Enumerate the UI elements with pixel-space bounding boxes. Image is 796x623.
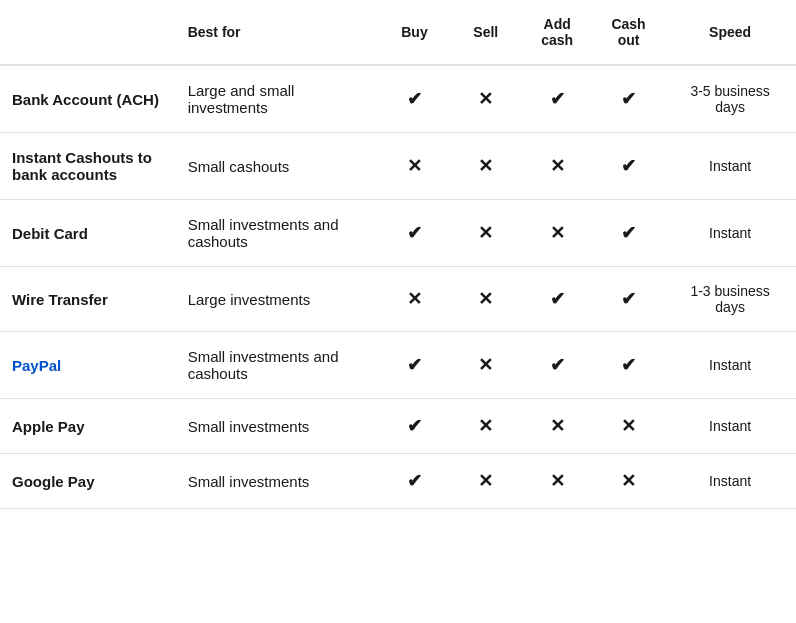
check-icon: ✔ <box>621 223 636 243</box>
sell-cell: ✕ <box>450 332 521 399</box>
best-for-cell: Small investments <box>176 399 379 454</box>
cross-icon: ✕ <box>550 156 565 176</box>
cash-out-cell: ✔ <box>593 200 664 267</box>
sell-cell: ✕ <box>450 454 521 509</box>
cash-out-cell: ✔ <box>593 332 664 399</box>
header-buy: Buy <box>379 0 450 65</box>
buy-cell: ✔ <box>379 399 450 454</box>
sell-cell: ✕ <box>450 133 521 200</box>
payment-method-name: Instant Cashouts to bank accounts <box>0 133 176 200</box>
cash-out-cell: ✔ <box>593 133 664 200</box>
speed-cell: Instant <box>664 399 796 454</box>
cross-icon: ✕ <box>478 89 493 109</box>
table-row: Instant Cashouts to bank accounts Small … <box>0 133 796 200</box>
payment-method-name: Wire Transfer <box>0 267 176 332</box>
buy-cell: ✕ <box>379 133 450 200</box>
check-icon: ✔ <box>550 89 565 109</box>
check-icon: ✔ <box>407 355 422 375</box>
cross-icon: ✕ <box>621 416 636 436</box>
buy-cell: ✔ <box>379 332 450 399</box>
cross-icon: ✕ <box>407 289 422 309</box>
add-cash-cell: ✕ <box>521 399 592 454</box>
header-add-cash: Addcash <box>521 0 592 65</box>
header-cash-out: Cashout <box>593 0 664 65</box>
payment-method-link[interactable]: PayPal <box>12 357 61 374</box>
check-icon: ✔ <box>621 355 636 375</box>
check-icon: ✔ <box>407 471 422 491</box>
check-icon: ✔ <box>407 89 422 109</box>
buy-cell: ✔ <box>379 65 450 133</box>
payment-method-name[interactable]: PayPal <box>0 332 176 399</box>
best-for-cell: Large investments <box>176 267 379 332</box>
check-icon: ✔ <box>407 416 422 436</box>
speed-cell: Instant <box>664 332 796 399</box>
buy-cell: ✔ <box>379 200 450 267</box>
table-row: Debit Card Small investments and cashout… <box>0 200 796 267</box>
cross-icon: ✕ <box>478 223 493 243</box>
best-for-cell: Small investments <box>176 454 379 509</box>
add-cash-cell: ✕ <box>521 133 592 200</box>
check-icon: ✔ <box>550 355 565 375</box>
table-row: PayPal Small investments and cashouts ✔ … <box>0 332 796 399</box>
add-cash-cell: ✔ <box>521 65 592 133</box>
cross-icon: ✕ <box>621 471 636 491</box>
cross-icon: ✕ <box>407 156 422 176</box>
header-speed: Speed <box>664 0 796 65</box>
cross-icon: ✕ <box>478 355 493 375</box>
header-best-for: Best for <box>176 0 379 65</box>
header-name <box>0 0 176 65</box>
check-icon: ✔ <box>621 89 636 109</box>
header-sell: Sell <box>450 0 521 65</box>
best-for-cell: Large and small investments <box>176 65 379 133</box>
add-cash-cell: ✕ <box>521 200 592 267</box>
table-row: Apple Pay Small investments ✔ ✕ ✕ ✕ Inst… <box>0 399 796 454</box>
table-row: Bank Account (ACH) Large and small inves… <box>0 65 796 133</box>
buy-cell: ✔ <box>379 454 450 509</box>
cross-icon: ✕ <box>550 416 565 436</box>
check-icon: ✔ <box>550 289 565 309</box>
cross-icon: ✕ <box>478 471 493 491</box>
cash-out-cell: ✔ <box>593 267 664 332</box>
best-for-cell: Small investments and cashouts <box>176 200 379 267</box>
check-icon: ✔ <box>621 156 636 176</box>
cross-icon: ✕ <box>478 289 493 309</box>
payment-method-name: Debit Card <box>0 200 176 267</box>
table-header-row: Best for Buy Sell Addcash Cashout Speed <box>0 0 796 65</box>
add-cash-cell: ✔ <box>521 267 592 332</box>
add-cash-cell: ✔ <box>521 332 592 399</box>
payment-method-name: Apple Pay <box>0 399 176 454</box>
check-icon: ✔ <box>407 223 422 243</box>
check-icon: ✔ <box>621 289 636 309</box>
sell-cell: ✕ <box>450 267 521 332</box>
speed-cell: Instant <box>664 454 796 509</box>
speed-cell: 1-3 business days <box>664 267 796 332</box>
cross-icon: ✕ <box>478 416 493 436</box>
cross-icon: ✕ <box>478 156 493 176</box>
cash-out-cell: ✔ <box>593 65 664 133</box>
cross-icon: ✕ <box>550 223 565 243</box>
add-cash-cell: ✕ <box>521 454 592 509</box>
cash-out-cell: ✕ <box>593 399 664 454</box>
payment-method-name: Bank Account (ACH) <box>0 65 176 133</box>
buy-cell: ✕ <box>379 267 450 332</box>
cash-out-cell: ✕ <box>593 454 664 509</box>
sell-cell: ✕ <box>450 200 521 267</box>
payment-method-name: Google Pay <box>0 454 176 509</box>
best-for-cell: Small cashouts <box>176 133 379 200</box>
comparison-table: Best for Buy Sell Addcash Cashout Speed … <box>0 0 796 509</box>
cross-icon: ✕ <box>550 471 565 491</box>
table-row: Wire Transfer Large investments ✕ ✕ ✔ ✔ … <box>0 267 796 332</box>
sell-cell: ✕ <box>450 399 521 454</box>
best-for-cell: Small investments and cashouts <box>176 332 379 399</box>
speed-cell: Instant <box>664 200 796 267</box>
sell-cell: ✕ <box>450 65 521 133</box>
speed-cell: 3-5 business days <box>664 65 796 133</box>
speed-cell: Instant <box>664 133 796 200</box>
table-row: Google Pay Small investments ✔ ✕ ✕ ✕ Ins… <box>0 454 796 509</box>
